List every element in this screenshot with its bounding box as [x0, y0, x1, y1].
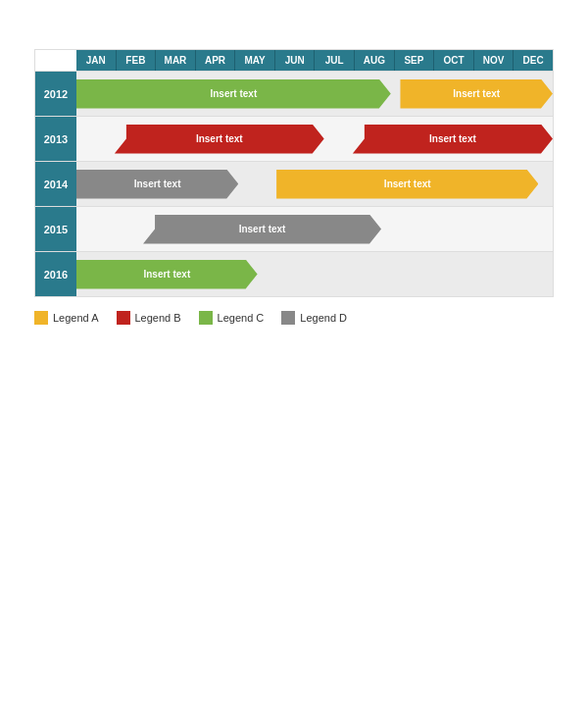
- data-row-2012: 2012Insert textInsert text: [35, 71, 553, 116]
- legend-color-box: [199, 311, 213, 325]
- header-row: JANFEBMARAPRMAYJUNJULAUGSEPOCTNOVDEC: [35, 50, 553, 71]
- arrow-2014-0: Insert text: [76, 170, 238, 199]
- data-rows: 2012Insert textInsert text2013Insert tex…: [35, 71, 553, 296]
- year-label-2016: 2016: [35, 252, 76, 296]
- arrow-2012-1: Insert text: [400, 79, 553, 109]
- legend-color-box: [281, 311, 295, 325]
- month-headers: JANFEBMARAPRMAYJUNJULAUGSEPOCTNOVDEC: [76, 50, 553, 71]
- arrow-2013-0: Insert text: [115, 125, 324, 154]
- month-header-jun: JUN: [275, 50, 316, 71]
- month-header-sep: SEP: [395, 50, 435, 71]
- legend-item-legend-d: Legend D: [281, 311, 347, 325]
- arrow-2015-0: Insert text: [143, 215, 381, 244]
- legend-label: Legend C: [218, 312, 265, 324]
- arrow-2014-1: Insert text: [276, 170, 538, 199]
- month-header-nov: NOV: [474, 50, 514, 71]
- legend-item-legend-b: Legend B: [117, 311, 181, 325]
- month-header-jul: JUL: [315, 50, 355, 71]
- year-label-2015: 2015: [35, 207, 76, 251]
- row-content-2013: Insert textInsert text: [76, 117, 553, 161]
- data-row-2014: 2014Insert textInsert text: [35, 161, 553, 206]
- month-header-aug: AUG: [355, 50, 395, 71]
- row-content-2015: Insert text: [76, 207, 553, 251]
- legend-item-legend-a: Legend A: [34, 311, 99, 325]
- row-content-2012: Insert textInsert text: [76, 72, 553, 116]
- row-content-2014: Insert textInsert text: [76, 162, 553, 206]
- arrow-2016-0: Insert text: [76, 260, 258, 289]
- arrow-2012-0: Insert text: [76, 79, 391, 109]
- year-col-header: [35, 50, 76, 71]
- data-row-2013: 2013Insert textInsert text: [35, 116, 553, 161]
- legend-color-box: [117, 311, 130, 325]
- month-header-may: MAY: [235, 50, 275, 71]
- year-label-2013: 2013: [35, 117, 76, 161]
- data-row-2016: 2016Insert text: [35, 251, 553, 296]
- month-header-apr: APR: [196, 50, 236, 71]
- page: JANFEBMARAPRMAYJUNJULAUGSEPOCTNOVDEC 201…: [0, 0, 588, 716]
- year-label-2014: 2014: [35, 162, 76, 206]
- year-label-2012: 2012: [35, 72, 76, 116]
- legend-label: Legend A: [53, 312, 99, 324]
- month-header-dec: DEC: [514, 50, 553, 71]
- month-header-feb: FEB: [117, 50, 157, 71]
- row-content-2016: Insert text: [76, 252, 553, 296]
- legend: Legend ALegend BLegend CLegend D: [34, 311, 554, 325]
- month-header-oct: OCT: [434, 50, 474, 71]
- legend-item-legend-c: Legend C: [199, 311, 265, 325]
- month-header-mar: MAR: [156, 50, 196, 71]
- legend-color-box: [34, 311, 48, 325]
- legend-label: Legend B: [135, 312, 181, 324]
- legend-label: Legend D: [300, 312, 347, 324]
- arrow-2013-1: Insert text: [353, 125, 553, 154]
- data-row-2015: 2015Insert text: [35, 206, 553, 251]
- gantt-chart: JANFEBMARAPRMAYJUNJULAUGSEPOCTNOVDEC 201…: [34, 49, 554, 297]
- month-header-jan: JAN: [76, 50, 117, 71]
